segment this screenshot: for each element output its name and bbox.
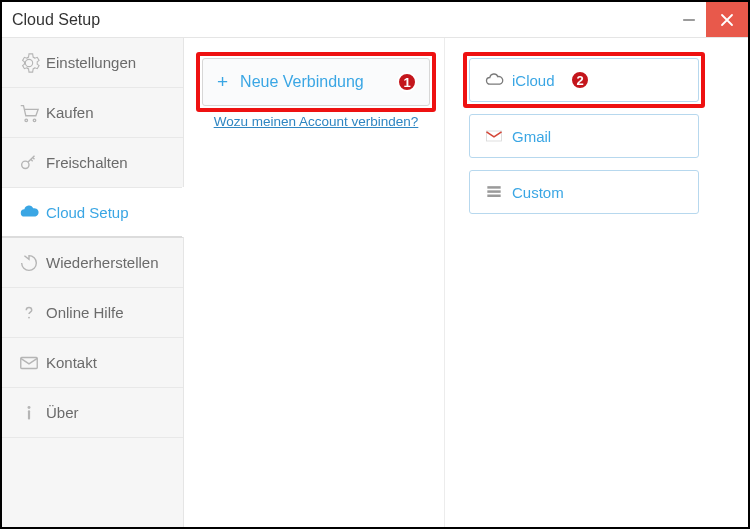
- svg-rect-11: [487, 195, 500, 198]
- mail-icon: [18, 352, 46, 374]
- gmail-icon: [484, 126, 512, 146]
- sidebar-item-help[interactable]: Online Hilfe: [2, 288, 183, 338]
- provider-option-icloud[interactable]: iCloud 2: [469, 58, 699, 102]
- sidebar-item-label: Über: [46, 404, 79, 421]
- svg-rect-5: [21, 357, 38, 368]
- sidebar-item-contact[interactable]: Kontakt: [2, 338, 183, 388]
- titlebar: Cloud Setup: [2, 2, 748, 38]
- content-area: + Neue Verbindung 1 Wozu meinen Account …: [184, 38, 748, 527]
- svg-point-6: [28, 406, 31, 409]
- main-area: Einstellungen Kaufen Freischalten Cloud …: [2, 38, 748, 527]
- svg-rect-10: [487, 190, 500, 193]
- server-icon: [484, 182, 512, 202]
- key-icon: [18, 152, 46, 174]
- minimize-icon: [679, 10, 699, 30]
- window-controls: [672, 2, 748, 37]
- sidebar-item-label: Kontakt: [46, 354, 97, 371]
- cart-icon: [18, 102, 46, 124]
- sidebar-item-label: Wiederherstellen: [46, 254, 159, 271]
- new-connection-label: Neue Verbindung: [240, 73, 364, 91]
- provider-option-gmail[interactable]: Gmail: [469, 114, 699, 158]
- sidebar-item-about[interactable]: Über: [2, 388, 183, 438]
- close-button[interactable]: [706, 2, 748, 37]
- sidebar-item-label: Kaufen: [46, 104, 94, 121]
- provider-label: Custom: [512, 184, 564, 201]
- svg-rect-9: [487, 186, 500, 189]
- why-connect-link[interactable]: Wozu meinen Account verbinden?: [202, 114, 430, 129]
- provider-option-custom[interactable]: Custom: [469, 170, 699, 214]
- provider-panel: iCloud 2 Gmail Custom: [444, 38, 748, 527]
- cloud-outline-icon: [484, 70, 512, 90]
- svg-point-3: [22, 161, 29, 168]
- callout-badge-1: 1: [397, 72, 417, 92]
- svg-rect-7: [28, 410, 30, 419]
- provider-label: iCloud: [512, 72, 555, 89]
- sidebar-item-unlock[interactable]: Freischalten: [2, 138, 183, 188]
- window-title: Cloud Setup: [12, 11, 100, 29]
- sidebar: Einstellungen Kaufen Freischalten Cloud …: [2, 38, 184, 527]
- sidebar-item-label: Einstellungen: [46, 54, 136, 71]
- sidebar-item-settings[interactable]: Einstellungen: [2, 38, 183, 88]
- question-icon: [18, 302, 46, 324]
- provider-label: Gmail: [512, 128, 551, 145]
- connection-panel: + Neue Verbindung 1 Wozu meinen Account …: [184, 38, 444, 527]
- gear-icon: [18, 52, 46, 74]
- sidebar-item-label: Cloud Setup: [46, 204, 129, 221]
- sidebar-item-label: Freischalten: [46, 154, 128, 171]
- sidebar-item-label: Online Hilfe: [46, 304, 124, 321]
- svg-rect-0: [683, 19, 695, 21]
- cloud-icon: [18, 201, 46, 223]
- sidebar-item-buy[interactable]: Kaufen: [2, 88, 183, 138]
- close-icon: [717, 10, 737, 30]
- sidebar-item-restore[interactable]: Wiederherstellen: [2, 238, 183, 288]
- new-connection-button[interactable]: + Neue Verbindung 1: [202, 58, 430, 106]
- restore-icon: [18, 252, 46, 274]
- callout-badge-2: 2: [570, 70, 590, 90]
- plus-icon: +: [217, 71, 228, 93]
- svg-point-2: [33, 119, 36, 122]
- svg-point-4: [28, 316, 30, 318]
- svg-point-1: [25, 119, 28, 122]
- info-icon: [18, 402, 46, 424]
- minimize-button[interactable]: [672, 2, 706, 37]
- sidebar-item-cloud-setup[interactable]: Cloud Setup: [2, 188, 183, 238]
